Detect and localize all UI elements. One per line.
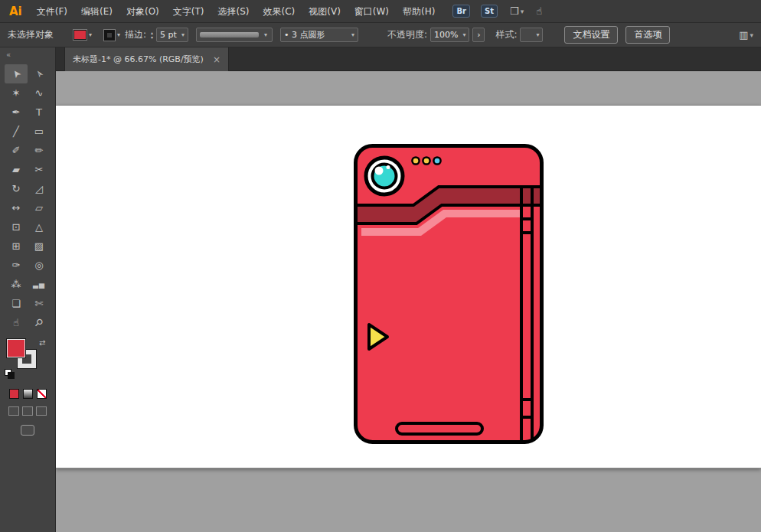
menu-item-file[interactable]: 文件(F) — [30, 0, 74, 23]
gradient-button[interactable] — [23, 389, 33, 399]
lasso-tool-icon: ∿ — [35, 87, 44, 99]
indicator-dot-1 — [412, 157, 419, 164]
mesh-tool[interactable]: ⊞ — [5, 237, 28, 256]
shape-builder-tool[interactable]: ⊡ — [5, 217, 28, 237]
free-transform-tool[interactable]: ▱ — [28, 198, 51, 217]
draw-inside-button[interactable] — [36, 406, 47, 416]
width-profile-preview — [200, 32, 259, 38]
tab-close-icon[interactable]: × — [213, 54, 220, 65]
width-profile-caret-icon[interactable]: ▾ — [264, 31, 267, 38]
rotate-tool[interactable]: ↻ — [5, 179, 28, 198]
type-tool-icon: T — [36, 106, 42, 118]
panel-options-caret-icon[interactable]: ▾ — [750, 31, 753, 39]
column-graph-tool[interactable]: ▃▅ — [28, 275, 51, 294]
opacity-field[interactable]: 100% ▾ — [430, 28, 469, 42]
artboard-tool-icon: ❏ — [11, 298, 21, 309]
draw-normal-button[interactable] — [8, 406, 19, 416]
panel-options-icon[interactable]: ▥ — [739, 29, 748, 41]
tools-panel: « ➤ ➢ ✶ ∿ ✒ T ╱ ▭ ✐ ✏ ▰ ✂ ↻ ◿ ↔ ▱ ⊡ △ ⊞ … — [0, 47, 56, 532]
none-button[interactable] — [37, 389, 47, 399]
width-profile-dropdown[interactable]: ▾ — [196, 28, 273, 42]
opacity-caret-icon[interactable]: ▾ — [462, 31, 465, 38]
draw-mode-row — [0, 406, 55, 416]
selection-tool[interactable]: ➤ — [5, 64, 28, 83]
brush-caret-icon[interactable]: ▾ — [351, 31, 354, 38]
eraser-tool[interactable]: ▰ — [5, 160, 28, 179]
pen-tool[interactable]: ✒ — [5, 103, 28, 122]
fill-indicator-swatch[interactable] — [7, 339, 25, 357]
menu-item-help[interactable]: 帮助(H) — [396, 0, 442, 23]
brush-bullet-icon: • — [284, 30, 289, 40]
perspective-grid-tool[interactable]: △ — [28, 217, 51, 237]
hand-tool[interactable]: ☝ — [5, 313, 28, 332]
menu-item-effect[interactable]: 效果(C) — [256, 0, 302, 23]
stock-button[interactable]: St — [481, 5, 498, 18]
style-caret-icon[interactable]: ▾ — [536, 31, 539, 38]
canvas-pasteboard[interactable] — [56, 71, 761, 532]
touch-workspace-icon[interactable]: ☝ — [536, 5, 542, 17]
magic-wand-tool[interactable]: ✶ — [5, 83, 28, 103]
free-transform-tool-icon: ▱ — [35, 202, 43, 214]
stroke-color-caret-icon[interactable]: ▾ — [117, 31, 120, 38]
brush-definition-dropdown[interactable]: • 3 点圆形 ▾ — [280, 28, 358, 42]
direct-selection-tool[interactable]: ➢ — [28, 64, 51, 83]
swap-fill-stroke-icon[interactable]: ⇄ — [39, 338, 45, 347]
stroke-weight-caret-icon[interactable]: ▾ — [181, 31, 185, 38]
menu-item-select[interactable]: 选择(S) — [211, 0, 256, 23]
draw-behind-button[interactable] — [22, 406, 33, 416]
menu-item-type[interactable]: 文字(T) — [166, 0, 211, 23]
screen-mode-button[interactable] — [21, 425, 34, 436]
symbol-sprayer-tool-icon: ⁂ — [11, 279, 21, 290]
artwork-pokedex-device[interactable] — [354, 144, 544, 444]
menu-item-view[interactable]: 视图(V) — [302, 0, 348, 23]
column-graph-tool-icon: ▃▅ — [33, 281, 45, 289]
stroke-color-swatch[interactable] — [104, 30, 115, 41]
symbol-sprayer-tool[interactable]: ⁂ — [5, 275, 28, 294]
pencil-tool[interactable]: ✏ — [28, 141, 51, 160]
zoom-tool[interactable]: ⚲ — [28, 313, 51, 332]
speaker-slot — [397, 423, 482, 434]
style-dropdown[interactable]: ▾ — [520, 28, 543, 42]
opacity-panel-button[interactable]: › — [472, 28, 485, 42]
lasso-tool[interactable]: ∿ — [28, 83, 51, 103]
scissors-tool[interactable]: ✂ — [28, 160, 51, 179]
slice-tool[interactable]: ✄ — [28, 294, 51, 313]
blend-tool[interactable]: ◎ — [28, 256, 51, 275]
scale-tool[interactable]: ◿ — [28, 179, 51, 198]
document-tab[interactable]: 未标题-1* @ 66.67% (RGB/预览) × — [64, 47, 229, 71]
stepper-down-icon[interactable]: ▾ — [151, 35, 153, 40]
type-tool[interactable]: T — [28, 103, 51, 122]
document-setup-button[interactable]: 文档设置 — [564, 26, 618, 44]
color-button[interactable] — [9, 389, 19, 399]
artboard-tool[interactable]: ❏ — [5, 294, 28, 313]
hand-tool-icon: ☝ — [13, 317, 19, 328]
arrange-documents-icon[interactable]: ❒ — [510, 5, 519, 17]
document-tab-strip: 未标题-1* @ 66.67% (RGB/预览) × — [56, 47, 761, 71]
eyedropper-tool[interactable]: ✑ — [5, 256, 28, 275]
zoom-tool-icon: ⚲ — [32, 316, 45, 329]
collapse-panel-button[interactable]: « — [0, 47, 55, 64]
bridge-button[interactable]: Br — [452, 5, 470, 18]
menu-item-window[interactable]: 窗口(W) — [348, 0, 396, 23]
fill-color-swatch[interactable] — [73, 30, 87, 40]
slice-tool-icon: ✄ — [35, 298, 44, 309]
paintbrush-tool-icon: ✐ — [12, 145, 21, 156]
fill-color-caret-icon[interactable]: ▾ — [89, 31, 92, 38]
gradient-tool[interactable]: ▨ — [28, 237, 51, 256]
control-bar: 未选择对象 ▾ ▾ 描边: ▴ ▾ 5 pt ▾ ▾ • 3 点圆形 ▾ 不透明… — [0, 23, 761, 47]
style-label: 样式: — [495, 28, 517, 41]
arrange-documents-caret-icon[interactable]: ▾ — [521, 8, 524, 15]
line-segment-tool[interactable]: ╱ — [5, 122, 28, 141]
preferences-button[interactable]: 首选项 — [625, 26, 670, 44]
menu-item-object[interactable]: 对象(O) — [119, 0, 166, 23]
width-tool[interactable]: ↔ — [5, 198, 28, 217]
rectangle-tool[interactable]: ▭ — [28, 122, 51, 141]
brush-definition-value: 3 点圆形 — [292, 29, 325, 41]
width-tool-icon: ↔ — [12, 202, 21, 214]
stroke-weight-stepper[interactable]: ▴ ▾ — [151, 31, 153, 40]
menu-item-edit[interactable]: 编辑(E) — [74, 0, 119, 23]
paintbrush-tool[interactable]: ✐ — [5, 141, 28, 160]
default-fill-stroke-icon[interactable] — [5, 369, 11, 376]
app-logo[interactable]: Ai — [6, 5, 30, 18]
stroke-weight-field[interactable]: 5 pt ▾ — [156, 28, 188, 42]
